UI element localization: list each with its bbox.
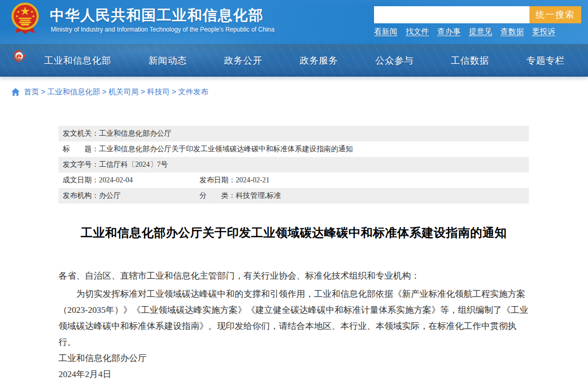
meta-row: 发文字号：工信厅科〔2024〕7号 <box>59 157 529 172</box>
quick-links: 看新闻找文件查办事提意见查数据要投诉 <box>374 27 555 37</box>
meta-label: 发布机构： <box>63 191 99 200</box>
meta-value: 工信厅科〔2024〕7号 <box>99 160 168 169</box>
meta-cell: 发布日期：2024-02-21 <box>195 176 269 185</box>
breadcrumb-link[interactable]: 文件发布 <box>178 88 208 96</box>
search-input[interactable] <box>374 6 529 23</box>
quick-link[interactable]: 找文件 <box>406 27 429 37</box>
signature-org: 工业和信息化部办公厅 <box>59 350 529 366</box>
breadcrumb-link[interactable]: 机关司局 <box>108 88 138 96</box>
document-body: 各省、自治区、直辖市工业和信息化主管部门，有关行业协会、标准化技术组织和专业机构… <box>59 268 529 382</box>
meta-cell: 发文机关：工业和信息化部办公厅 <box>59 129 171 138</box>
document-title: 工业和信息化部办公厅关于印发工业领域碳达峰碳中和标准体系建设指南的通知 <box>59 225 529 241</box>
site-subtitle-english: Ministry of Industry and Information Tec… <box>51 26 275 33</box>
breadcrumb-link[interactable]: 工业和信息化部 <box>47 88 100 96</box>
nav-item[interactable]: 政务公开 <box>224 54 262 67</box>
meta-label: 发布日期： <box>199 176 236 185</box>
salutation-paragraph: 各省、自治区、直辖市工业和信息化主管部门，有关行业协会、标准化技术组织和专业机构… <box>59 268 529 284</box>
breadcrumb-link[interactable]: 科技司 <box>147 88 170 96</box>
meta-row: 发文机关：工业和信息化部办公厅 <box>59 126 529 141</box>
unified-search-button[interactable]: 统一搜索 <box>529 6 581 23</box>
meta-value: 2024-02-04 <box>99 176 133 184</box>
meta-value: 科技管理,标准 <box>236 191 281 200</box>
nav-item[interactable]: 新闻动态 <box>148 54 187 67</box>
breadcrumb-separator: > <box>140 88 145 96</box>
meta-label: 发文机关： <box>63 129 99 138</box>
meta-row: 标 题：工业和信息化部办公厅关于印发工业领域碳达峰碳中和标准体系建设指南的通知 <box>59 141 529 157</box>
breadcrumb-separator: > <box>171 88 176 96</box>
quick-link[interactable]: 要投诉 <box>532 27 555 37</box>
meta-cell: 发文字号：工信厅科〔2024〕7号 <box>59 160 168 169</box>
breadcrumb: 首页>工业和信息化部>机关司局>科技司>文件发布 <box>0 77 588 107</box>
meta-row: 成文日期：2024-02-04发布日期：2024-02-21 <box>59 172 529 188</box>
site-header: 中华人民共和国工业和信息化部 Ministry of Industry and … <box>0 0 588 44</box>
quick-link[interactable]: 提意见 <box>469 27 492 37</box>
nav-item[interactable]: 专题专栏 <box>526 54 565 67</box>
nav-item[interactable]: 工业和信息化部 <box>44 54 111 67</box>
breadcrumb-separator: > <box>102 88 106 96</box>
quick-link[interactable]: 看新闻 <box>374 27 397 37</box>
body-paragraph: 为切实发挥标准对工业领域碳达峰碳中和的支撑和引领作用，工业和信息化部依据《新产业… <box>59 286 529 350</box>
meta-row: 发布机构：办公厅分 类：科技管理,标准 <box>59 188 529 204</box>
meta-cell: 分 类：科技管理,标准 <box>195 191 281 200</box>
nav-item[interactable]: 工信数据 <box>451 54 489 67</box>
meta-label: 发文字号： <box>63 160 99 169</box>
nav-item[interactable]: 政务服务 <box>299 54 338 67</box>
site-title: 中华人民共和国工业和信息化部 <box>50 6 264 25</box>
meta-label: 标 题： <box>63 145 99 154</box>
meta-value: 工业和信息化部办公厅关于印发工业领域碳达峰碳中和标准体系建设指南的通知 <box>99 145 353 154</box>
meta-cell: 标 题：工业和信息化部办公厅关于印发工业领域碳达峰碳中和标准体系建设指南的通知 <box>59 145 353 154</box>
meta-label: 成文日期： <box>63 176 99 185</box>
breadcrumb-items: 首页>工业和信息化部>机关司局>科技司>文件发布 <box>24 87 208 97</box>
document-main: 发文机关：工业和信息化部办公厅标 题：工业和信息化部办公厅关于印发工业领域碳达峰… <box>0 126 588 382</box>
home-icon[interactable] <box>11 88 20 96</box>
search-bar: 统一搜索 <box>374 6 581 23</box>
breadcrumb-separator: > <box>41 88 45 96</box>
meta-cell: 发布机构：办公厅 <box>59 191 195 200</box>
miit-logo-icon <box>12 49 27 63</box>
national-emblem-icon <box>10 2 40 36</box>
document-meta-table: 发文机关：工业和信息化部办公厅标 题：工业和信息化部办公厅关于印发工业领域碳达峰… <box>59 126 529 204</box>
meta-value: 工业和信息化部办公厅 <box>99 129 171 138</box>
meta-cell: 成文日期：2024-02-04 <box>59 176 195 185</box>
signature-date: 2024年2月4日 <box>59 366 529 382</box>
meta-value: 2024-02-21 <box>236 176 269 184</box>
meta-value: 办公厅 <box>99 191 121 200</box>
nav-item[interactable]: 公众参与 <box>375 54 413 67</box>
quick-link[interactable]: 查办事 <box>437 27 461 37</box>
meta-label: 分 类： <box>199 191 236 200</box>
breadcrumb-link[interactable]: 首页 <box>24 88 39 96</box>
quick-link[interactable]: 查数据 <box>500 27 524 37</box>
main-nav: 工业和信息化部新闻动态政务公开政务服务公众参与工信数据专题专栏 <box>0 44 588 77</box>
